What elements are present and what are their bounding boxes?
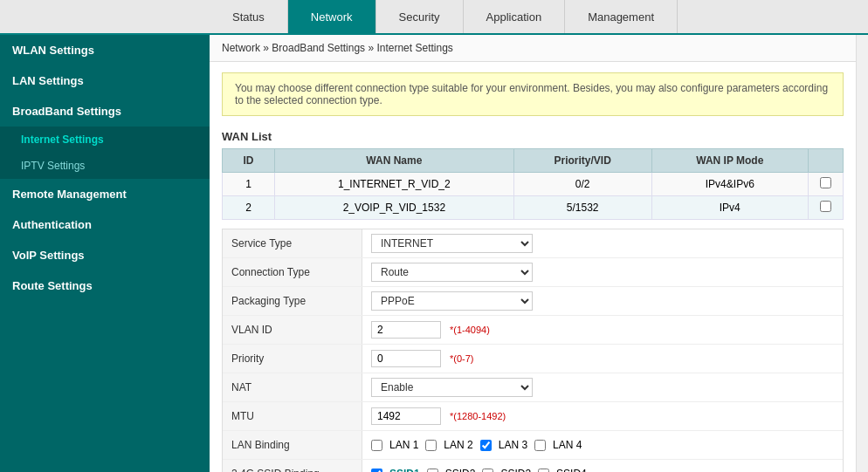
form-row-connection: Connection Type Route Bridge xyxy=(223,258,843,287)
label-priority: Priority xyxy=(223,345,362,373)
form-row-lan-binding: LAN Binding LAN 1 LAN 2 LAN 3 LAN 4 xyxy=(223,431,843,460)
wan-row-1: 1 1_INTERNET_R_VID_2 0/2 IPv4&IPv6 xyxy=(223,173,844,196)
col-id: ID xyxy=(223,149,275,173)
info-box: You may choose different connection type… xyxy=(222,72,844,116)
value-connection: Route Bridge xyxy=(362,259,843,285)
label-24g-ssid2: SSID2 xyxy=(445,468,476,472)
wan-row-2: 2 2_VOIP_R_VID_1532 5/1532 IPv4 xyxy=(223,196,844,220)
form-row-packaging: Packaging Type PPPoE DHCP Static xyxy=(223,287,843,316)
cb-24g-ssid1[interactable] xyxy=(371,469,382,473)
cb-24g-ssid4[interactable] xyxy=(538,469,549,473)
wan-select-2[interactable] xyxy=(809,196,844,220)
col-priority: Priority/VID xyxy=(513,149,651,173)
form-row-priority: Priority *(0-7) xyxy=(223,345,843,373)
nav-item-security[interactable]: Security xyxy=(375,0,464,33)
form-row-service: Service Type INTERNET VOIP OTHER xyxy=(223,229,843,258)
label-lan-binding: LAN Binding xyxy=(223,431,362,459)
sidebar: WLAN Settings LAN Settings BroadBand Set… xyxy=(0,35,210,472)
sidebar-sub-iptv[interactable]: IPTV Settings xyxy=(0,153,210,179)
wan-ipmode-1: IPv4&IPv6 xyxy=(651,173,808,196)
col-wan-name: WAN Name xyxy=(275,149,514,173)
wan-pvid-1: 0/2 xyxy=(513,173,651,196)
label-24g-binding: 2.4G SSID Binding xyxy=(223,460,362,472)
wan-checkbox-1[interactable] xyxy=(820,177,831,188)
hint-mtu: *(1280-1492) xyxy=(450,411,506,421)
wan-table: ID WAN Name Priority/VID WAN IP Mode 1 1… xyxy=(222,148,844,220)
input-priority[interactable] xyxy=(371,350,441,367)
input-mtu[interactable] xyxy=(371,407,441,425)
cb-lan2[interactable] xyxy=(425,440,437,451)
cb-24g-ssid3[interactable] xyxy=(482,469,493,473)
sidebar-item-voip[interactable]: VoIP Settings xyxy=(0,240,210,270)
wan-name-2: 2_VOIP_R_VID_1532 xyxy=(275,196,514,220)
label-lan4: LAN 4 xyxy=(553,439,582,451)
value-mtu: *(1280-1492) xyxy=(362,404,843,428)
label-connection: Connection Type xyxy=(223,258,362,286)
nav-item-status[interactable]: Status xyxy=(210,0,288,33)
form-row-nat: NAT Enable Disable xyxy=(223,373,843,402)
form-row-24g-binding: 2.4G SSID Binding SSID1 SSID2 SSID3 SSID… xyxy=(223,460,843,472)
sidebar-item-lan[interactable]: LAN Settings xyxy=(0,65,210,96)
nav-item-application[interactable]: Application xyxy=(464,0,566,33)
cb-lan4[interactable] xyxy=(534,440,546,451)
breadcrumb: Network » BroadBand Settings » Internet … xyxy=(210,35,856,62)
sidebar-sub-internet[interactable]: Internet Settings xyxy=(0,127,210,153)
label-packaging: Packaging Type xyxy=(223,287,362,315)
cb-24g-ssid2[interactable] xyxy=(427,469,438,473)
value-packaging: PPPoE DHCP Static xyxy=(362,288,843,314)
hint-priority: *(0-7) xyxy=(450,353,474,364)
wan-select-1[interactable] xyxy=(809,173,844,196)
wan-checkbox-2[interactable] xyxy=(820,201,831,212)
nav-item-network[interactable]: Network xyxy=(288,0,375,33)
top-nav: Status Network Security Application Mana… xyxy=(0,0,868,35)
select-nat[interactable]: Enable Disable xyxy=(371,378,533,397)
label-lan3: LAN 3 xyxy=(499,439,527,451)
nav-item-management[interactable]: Management xyxy=(565,0,678,33)
value-vlan: *(1-4094) xyxy=(362,318,843,342)
col-ip-mode: WAN IP Mode xyxy=(651,149,808,173)
label-vlan: VLAN ID xyxy=(223,316,362,344)
value-nat: Enable Disable xyxy=(362,374,843,400)
label-lan2: LAN 2 xyxy=(444,439,472,451)
label-24g-ssid4: SSID4 xyxy=(556,468,587,472)
label-24g-ssid1: SSID1 xyxy=(389,468,420,472)
sidebar-item-remote[interactable]: Remote Management xyxy=(0,179,210,209)
sidebar-item-route[interactable]: Route Settings xyxy=(0,270,210,301)
sidebar-item-broadband[interactable]: BroadBand Settings xyxy=(0,96,210,127)
hint-vlan: *(1-4094) xyxy=(450,325,490,335)
cb-lan3[interactable] xyxy=(480,440,492,451)
label-mtu: MTU xyxy=(223,402,362,430)
form-row-vlan: VLAN ID *(1-4094) xyxy=(223,316,843,345)
wan-pvid-2: 5/1532 xyxy=(513,196,651,220)
main-layout: WLAN Settings LAN Settings BroadBand Set… xyxy=(0,35,868,472)
sidebar-item-auth[interactable]: Authentication xyxy=(0,209,210,240)
settings-form: Service Type INTERNET VOIP OTHER Connect… xyxy=(222,229,844,472)
form-row-mtu: MTU *(1280-1492) xyxy=(223,402,843,431)
value-24g-binding: SSID1 SSID2 SSID3 SSID4 xyxy=(362,464,843,472)
wan-id-2: 2 xyxy=(223,196,275,220)
select-connection[interactable]: Route Bridge xyxy=(371,263,533,282)
value-service: INTERNET VOIP OTHER xyxy=(362,230,843,257)
input-vlan[interactable] xyxy=(371,321,441,339)
label-lan1: LAN 1 xyxy=(389,439,418,451)
wan-name-1: 1_INTERNET_R_VID_2 xyxy=(275,173,514,196)
label-24g-ssid3: SSID3 xyxy=(500,468,531,472)
scrollbar[interactable] xyxy=(856,35,868,472)
sidebar-item-wlan[interactable]: WLAN Settings xyxy=(0,35,210,65)
select-service[interactable]: INTERNET VOIP OTHER xyxy=(371,234,533,253)
wan-list-section: WAN List ID WAN Name Priority/VID WAN IP… xyxy=(222,127,844,220)
label-service: Service Type xyxy=(223,229,362,257)
content-area: Network » BroadBand Settings » Internet … xyxy=(210,35,856,472)
value-priority: *(0-7) xyxy=(362,346,843,371)
wan-list-title: WAN List xyxy=(222,127,844,148)
cb-lan1[interactable] xyxy=(371,440,382,451)
select-packaging[interactable]: PPPoE DHCP Static xyxy=(371,291,533,311)
wan-ipmode-2: IPv4 xyxy=(651,196,808,220)
label-nat: NAT xyxy=(223,373,362,401)
value-lan-binding: LAN 1 LAN 2 LAN 3 LAN 4 xyxy=(362,435,843,455)
wan-id-1: 1 xyxy=(223,173,275,196)
col-checkbox xyxy=(809,149,844,173)
